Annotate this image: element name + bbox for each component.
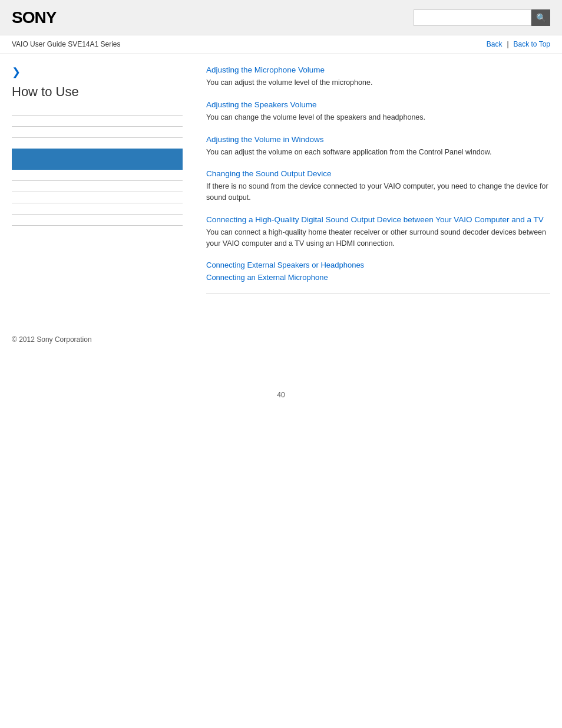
sidebar-divider-1 xyxy=(12,115,183,116)
topic-adjusting-microphone-volume: Adjusting the Microphone Volume You can … xyxy=(206,65,550,88)
sidebar-divider-5 xyxy=(12,192,183,192)
back-to-top-link[interactable]: Back to Top xyxy=(514,40,550,48)
page-number: 40 xyxy=(0,379,562,411)
topic-adjusting-speakers-volume: Adjusting the Speakers Volume You can ch… xyxy=(206,100,550,123)
footer: © 2012 Sony Corporation xyxy=(0,318,562,355)
topic-connecting-hdmi-device: Connecting a High-Quality Digital Sound … xyxy=(206,215,550,249)
breadcrumb-nav: Back | Back to Top xyxy=(487,40,550,48)
sidebar-divider-7 xyxy=(12,214,183,215)
sidebar-title: How to Use xyxy=(12,84,183,104)
desc-connecting-hdmi-device: You can connect a high-quality home thea… xyxy=(206,227,550,249)
copyright-text: © 2012 Sony Corporation xyxy=(12,335,92,344)
sidebar-divider-3 xyxy=(12,137,183,138)
desc-adjusting-microphone-volume: You can adjust the volume level of the m… xyxy=(206,77,550,88)
desc-adjusting-speakers-volume: You can change the volume level of the s… xyxy=(206,112,550,123)
sony-logo: SONY xyxy=(12,8,56,27)
link-adjusting-speakers-volume[interactable]: Adjusting the Speakers Volume xyxy=(206,100,550,109)
content-area: Adjusting the Microphone Volume You can … xyxy=(194,65,550,306)
nav-separator: | xyxy=(507,40,508,48)
topic-adjusting-volume-windows: Adjusting the Volume in Windows You can … xyxy=(206,135,550,158)
desc-adjusting-volume-windows: You can adjust the volume on each softwa… xyxy=(206,147,550,158)
sidebar-item-active[interactable] xyxy=(12,149,183,170)
link-adjusting-microphone-volume[interactable]: Adjusting the Microphone Volume xyxy=(206,65,550,74)
link-adjusting-volume-windows[interactable]: Adjusting the Volume in Windows xyxy=(206,135,550,144)
breadcrumb-bar: VAIO User Guide SVE14A1 Series Back | Ba… xyxy=(0,35,562,54)
sidebar-arrow: ❯ xyxy=(12,65,183,78)
sidebar-divider-6 xyxy=(12,203,183,203)
sidebar: ❯ How to Use xyxy=(12,65,183,306)
sidebar-divider-8 xyxy=(12,225,183,226)
main-content: ❯ How to Use Adjusting the Microphone Vo… xyxy=(0,54,562,318)
link-connecting-external-microphone[interactable]: Connecting an External Microphone xyxy=(206,273,550,282)
guide-title: VAIO User Guide SVE14A1 Series xyxy=(12,40,121,48)
simple-links-section: Connecting External Speakers or Headphon… xyxy=(206,261,550,282)
search-container: 🔍 xyxy=(414,9,550,26)
sidebar-divider-2 xyxy=(12,126,183,127)
page-header: SONY 🔍 xyxy=(0,0,562,35)
link-changing-sound-output[interactable]: Changing the Sound Output Device xyxy=(206,169,550,178)
desc-changing-sound-output: If there is no sound from the device con… xyxy=(206,181,550,203)
link-connecting-hdmi-device[interactable]: Connecting a High-Quality Digital Sound … xyxy=(206,215,550,224)
search-button[interactable]: 🔍 xyxy=(531,9,550,26)
search-icon: 🔍 xyxy=(536,13,546,22)
search-input[interactable] xyxy=(414,9,531,26)
sidebar-divider-4 xyxy=(12,180,183,181)
topic-changing-sound-output: Changing the Sound Output Device If ther… xyxy=(206,169,550,203)
content-bottom-divider xyxy=(206,294,550,294)
link-connecting-external-speakers[interactable]: Connecting External Speakers or Headphon… xyxy=(206,261,550,269)
back-link[interactable]: Back xyxy=(487,40,503,48)
